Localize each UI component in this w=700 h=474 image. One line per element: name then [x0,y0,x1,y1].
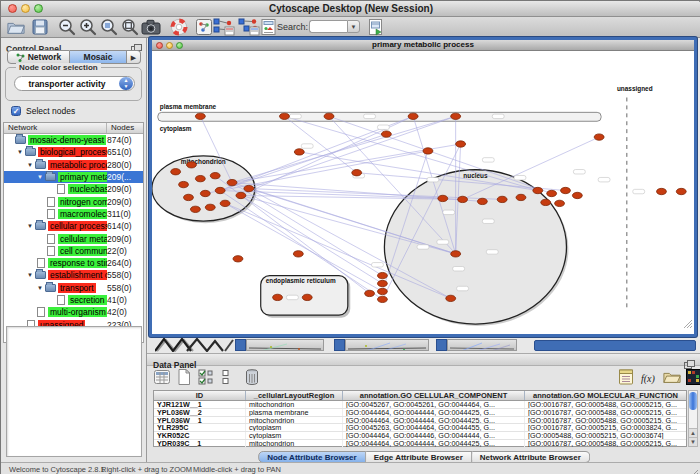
node-color-dropdown[interactable]: transporter activity ▲▼ [14,76,135,91]
tree-row[interactable]: ▼transport558(0) [4,282,143,294]
delete-attribute-icon[interactable] [243,368,261,386]
graph-node[interactable] [497,196,507,202]
close-window-icon[interactable] [8,4,17,13]
graph-node[interactable] [594,134,604,140]
table-row[interactable]: YPL036W__2plasma membrane[GO:0044464, GO… [154,409,686,417]
graph-node[interactable] [676,188,686,194]
tree-row[interactable]: ▼establishment of lo558(0) [4,269,143,281]
column-header[interactable]: _cellularLayoutRegion [246,391,343,400]
graph-edge[interactable] [284,116,537,190]
float-panel-icon[interactable] [684,355,695,364]
vizmapper-icon[interactable] [260,18,278,36]
column-header[interactable]: annotation.GO MOLECULAR_FUNCTION [525,391,686,400]
tree-expander-icon[interactable]: ▼ [37,285,45,291]
tree-row[interactable]: ▼cellular process614(0) [4,220,143,232]
table-row[interactable]: YPL036W__1mitochondrion[GO:0044464, GO:0… [154,417,686,425]
graph-node[interactable] [293,251,303,257]
graph-node[interactable] [451,113,461,119]
zoom-in-icon[interactable] [79,18,97,36]
tree-column-nodes[interactable]: Nodes [107,123,143,133]
zoom-window-icon[interactable] [34,4,43,13]
graph-node[interactable] [233,256,243,262]
graph-node[interactable] [377,288,387,294]
birds-eye-view-panel[interactable] [6,326,142,457]
background-network-sketch[interactable] [155,338,235,352]
tree-expander-icon[interactable]: ▼ [27,272,35,278]
background-window-edge[interactable] [235,339,246,351]
network-graph[interactable]: plasma membranecytoplasmmitochondrionnuc… [152,51,694,334]
tree-row[interactable]: ▼metabolic process280(0) [4,159,143,171]
graph-node[interactable] [555,200,565,206]
graph-node[interactable] [572,192,582,198]
tree-expander-icon[interactable]: ▼ [27,162,35,168]
snapshot-icon[interactable] [141,18,161,36]
graph-node[interactable] [438,195,448,201]
graph-node[interactable] [352,170,362,176]
float-panel-icon[interactable] [131,39,142,48]
minimize-view-icon[interactable] [166,42,173,49]
zoom-out-icon[interactable] [58,18,76,36]
graph-node[interactable] [273,294,283,300]
graph-node[interactable] [408,113,418,119]
graph-node[interactable] [324,113,334,119]
attribute-matrix-icon[interactable] [685,368,700,386]
graph-node[interactable] [381,131,391,137]
attribute-editor-icon[interactable] [617,368,635,386]
tree-row[interactable]: cellular metabo209(0) [4,232,143,244]
tree-expander-icon[interactable]: ▼ [27,223,35,229]
search-input[interactable] [309,20,347,33]
graph-node[interactable] [210,173,220,179]
graph-node[interactable] [657,188,667,194]
table-row[interactable]: YJR121W__1mitochondrion[GO:0045267, GO:0… [154,401,686,409]
open-file-icon[interactable] [7,18,25,36]
zoom-selected-icon[interactable] [100,18,118,36]
graph-node[interactable] [547,190,557,196]
graph-node[interactable] [220,200,230,206]
graph-node[interactable] [456,141,466,147]
canvas-resize-grip-icon[interactable] [682,315,693,333]
graph-node[interactable] [446,295,456,301]
graph-node[interactable] [190,206,200,212]
tree-expander-icon[interactable]: ▼ [37,174,45,180]
tree-row[interactable]: multi-organism pro42(0) [4,306,143,318]
graph-node[interactable] [179,181,189,187]
tree-row[interactable]: mosaic-demo-yeast874(0) [4,134,143,146]
table-row[interactable]: YDR039C__1mitochondrion[GO:0044464, GO:0… [154,440,686,448]
graph-node[interactable] [561,187,571,193]
attribute-table-icon[interactable] [153,368,171,386]
background-window-sliver[interactable] [345,339,429,351]
tree-column-network[interactable]: Network [4,123,107,133]
zoom-view-icon[interactable] [176,42,183,49]
unselect-attributes-icon[interactable] [219,368,237,386]
import-annotation-icon[interactable] [213,18,235,36]
graph-node[interactable] [377,296,387,302]
zoom-fit-icon[interactable] [121,18,139,36]
more-tabs-arrow-icon[interactable]: ▶ [127,50,141,64]
graph-node[interactable] [227,179,237,185]
search-config-icon[interactable] [367,18,385,36]
tab-mosaic[interactable]: Mosaic [70,50,127,64]
network-window-titlebar[interactable]: primary metabolic process [152,40,694,51]
table-scrollbar[interactable]: ▲ ▼ [688,390,698,447]
tab-network[interactable]: Network [7,50,70,64]
tree-row[interactable]: ▼primary metabo209(... [4,171,143,183]
graph-node[interactable] [302,294,312,300]
save-icon[interactable] [31,18,49,36]
minimize-window-icon[interactable] [21,4,30,13]
scroll-up-icon[interactable]: ▲ [689,428,697,437]
graph-node[interactable] [184,194,194,200]
help-icon[interactable] [170,18,188,36]
graph-node[interactable] [205,204,215,210]
search-dropdown-icon[interactable]: ▼ [347,20,360,33]
tree-row[interactable]: secretion41(0) [4,294,143,306]
column-header[interactable]: ID [154,391,246,400]
tree-row[interactable]: nucleobase-209(0) [4,183,143,195]
scrollbar-thumb[interactable] [689,392,697,410]
graph-node[interactable] [171,169,181,175]
graph-node[interactable] [294,149,304,155]
background-window-edge[interactable] [436,339,447,351]
graph-node[interactable] [423,148,433,154]
graph-node[interactable] [516,194,526,200]
column-header[interactable]: annotation.GO CELLULAR_COMPONENT [343,391,525,400]
tree-row[interactable]: response to stimulu264(0) [4,257,143,269]
